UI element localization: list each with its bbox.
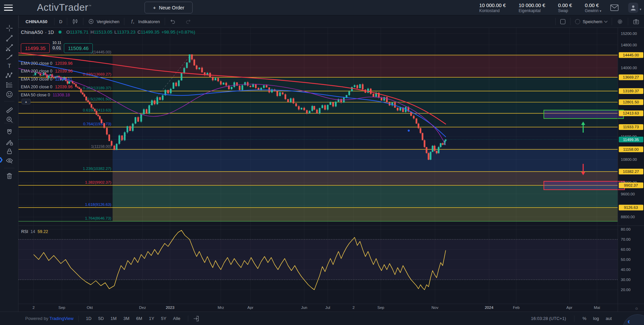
compare-button[interactable]: Vergleichen xyxy=(83,18,124,25)
chevron-down-icon[interactable]: ▾ xyxy=(640,7,641,11)
ema-legend-row[interactable]: EMA 200 close 012039.96 xyxy=(21,67,73,76)
price-axis[interactable]: 15200.0014800.0014000.0011600.0010800.00… xyxy=(619,32,643,292)
brush-tool[interactable] xyxy=(5,52,14,61)
svg-text:11499.35: 11499.35 xyxy=(623,138,639,142)
stat-gewinn[interactable]: 0.00 € Gewinn ▾ xyxy=(585,2,601,13)
svg-text:1.236(10382.27): 1.236(10382.27) xyxy=(83,167,112,171)
interval-button[interactable]: D xyxy=(54,18,67,25)
tf-6m[interactable]: 6M xyxy=(133,315,145,322)
chart-toolbar: CHINAA50 D Vergleichen ƒx Indikatoren Sp… xyxy=(18,15,644,28)
svg-text:50.00: 50.00 xyxy=(621,258,631,262)
svg-text:70.00: 70.00 xyxy=(621,237,631,241)
chart-canvas[interactable]: 0(14445.00)0.236(13669.27)0.382(13189.37… xyxy=(18,28,644,312)
svg-text:2: 2 xyxy=(353,306,355,310)
chart-style-button[interactable] xyxy=(67,18,83,25)
goto-date-button[interactable] xyxy=(193,315,200,322)
svg-text:9600.00: 9600.00 xyxy=(621,192,635,196)
ema-legend-row[interactable]: EMA 50 close 011308.18 xyxy=(21,91,73,99)
bid-ask-widget: 11499.35 10.11 0.01 11509.46 xyxy=(21,43,93,53)
tf-3m[interactable]: 3M xyxy=(121,315,132,322)
svg-text:10382.27: 10382.27 xyxy=(623,170,639,174)
panel-expand-chevron[interactable]: ❯ xyxy=(0,156,3,162)
server-clock[interactable]: 16:03:28 (UTC+1) xyxy=(531,316,566,321)
tradingview-link[interactable]: TradingView xyxy=(49,316,74,321)
indicator-legend: EMA 200 close 012039.96 EMA 200 close 01… xyxy=(21,59,73,99)
log-scale-button[interactable]: log xyxy=(593,316,599,321)
svg-text:14445.00: 14445.00 xyxy=(623,53,639,57)
crosshair-tool[interactable] xyxy=(5,24,14,33)
hide-drawings-tool[interactable] xyxy=(5,156,14,165)
indicators-button[interactable]: ƒx Indikatoren xyxy=(124,18,165,25)
tf-1m[interactable]: 1M xyxy=(108,315,119,322)
redo-button[interactable] xyxy=(180,18,196,25)
svg-text:80.00: 80.00 xyxy=(621,227,631,231)
svg-text:10800.00: 10800.00 xyxy=(621,157,637,161)
sell-button[interactable]: 11499.35 xyxy=(21,43,50,53)
checkbox-icon xyxy=(560,19,565,24)
collapse-legend-button[interactable]: ▲ xyxy=(22,99,31,104)
tf-alle[interactable]: Alle xyxy=(170,315,183,322)
new-order-button[interactable]: + Neue Order xyxy=(145,2,193,13)
save-layout-button[interactable]: Speichern xyxy=(570,18,612,25)
chevron-down-icon[interactable]: ▾ xyxy=(600,9,601,13)
ema-legend-row[interactable]: EMA 200 close 012039.96 xyxy=(21,59,73,67)
circle-plus-icon xyxy=(88,18,94,25)
plus-icon: + xyxy=(153,5,156,10)
percent-scale-button[interactable]: % xyxy=(582,316,587,321)
svg-text:x: x xyxy=(133,22,134,24)
forecast-tool[interactable] xyxy=(5,80,14,89)
magnet-tool[interactable] xyxy=(5,128,14,137)
auto-scale-button[interactable]: aut xyxy=(606,316,612,321)
powered-by: Powered by TradingView xyxy=(25,316,74,321)
tf-5d[interactable]: 5D xyxy=(95,315,107,322)
ruler-tool[interactable] xyxy=(5,105,14,114)
lock-tool[interactable] xyxy=(5,147,14,156)
multichart-checkbox[interactable] xyxy=(555,18,570,25)
svg-text:11158.00: 11158.00 xyxy=(623,147,639,151)
drawing-lock-tool[interactable] xyxy=(5,137,14,146)
symbol-title[interactable]: ChinaA50 xyxy=(21,29,43,35)
stat-swap: 0.00 € Swap xyxy=(558,2,572,13)
pattern-tool[interactable] xyxy=(5,71,14,80)
chart-settings-button[interactable] xyxy=(612,18,628,25)
trendline-tool[interactable] xyxy=(5,34,14,43)
svg-text:60.00: 60.00 xyxy=(621,247,631,251)
text-tool[interactable]: T xyxy=(5,61,14,71)
svg-text:Nov: Nov xyxy=(432,306,439,310)
menu-icon[interactable] xyxy=(4,5,13,11)
svg-text:Apr: Apr xyxy=(247,306,253,310)
market-open-dot xyxy=(58,31,62,34)
svg-text:11933.73: 11933.73 xyxy=(623,125,639,129)
undo-icon xyxy=(170,18,176,25)
svg-text:Mrz: Mrz xyxy=(217,306,224,310)
svg-text:Okt: Okt xyxy=(87,306,93,310)
tf-1y[interactable]: 1Y xyxy=(146,315,157,322)
rsi-legend[interactable]: RSI 14 59.22 xyxy=(21,229,48,234)
tf-1d[interactable]: 1D xyxy=(83,315,94,322)
snapshot-button[interactable] xyxy=(628,18,644,25)
time-axis[interactable]: 2SepOktDez2023MrzAprJunJul2SepNov2024Feb… xyxy=(33,306,639,311)
svg-text:Jun: Jun xyxy=(301,306,308,310)
undo-button[interactable] xyxy=(165,18,180,25)
svg-text:1.764(8646.73): 1.764(8646.73) xyxy=(85,216,111,220)
ema-legend-row[interactable]: EMA 100 close 011594.81 xyxy=(21,75,73,83)
svg-text:14000.00: 14000.00 xyxy=(621,66,637,70)
svg-text:30.00: 30.00 xyxy=(621,278,631,282)
fib-bands xyxy=(113,55,618,221)
fibonacci-tool[interactable] xyxy=(5,43,14,52)
avatar[interactable] xyxy=(628,3,638,13)
mail-icon[interactable] xyxy=(610,4,619,11)
tf-5y[interactable]: 5Y xyxy=(158,315,169,322)
buy-button[interactable]: 11509.46 xyxy=(64,43,93,53)
svg-text:2023: 2023 xyxy=(166,306,174,310)
candlestick-icon xyxy=(72,18,78,25)
symbol-button[interactable]: CHINAA50 xyxy=(19,18,54,25)
ema-legend-row[interactable]: EMA 200 close 012039.96 xyxy=(21,83,73,91)
zoom-in-tool[interactable] xyxy=(5,115,14,124)
legend-interval: · 1D xyxy=(45,30,54,35)
remove-drawings-tool[interactable] xyxy=(5,171,14,180)
emoji-tool[interactable] xyxy=(5,90,14,99)
svg-text:Sep: Sep xyxy=(58,306,65,310)
stat-eigenkapital: 10 000.00 € Eigenkapital xyxy=(519,2,545,13)
user-menu[interactable]: ▾ xyxy=(628,3,641,13)
